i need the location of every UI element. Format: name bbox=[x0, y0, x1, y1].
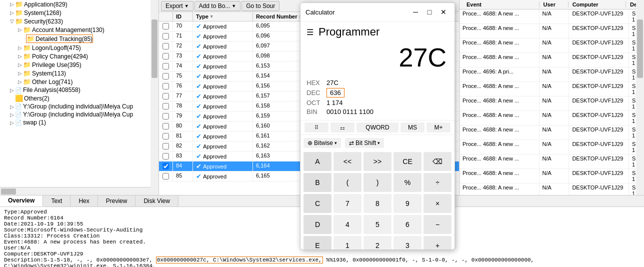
td-checkbox[interactable] bbox=[159, 32, 173, 41]
expand-icon[interactable]: ▷ bbox=[10, 112, 14, 118]
add-to-bo-button[interactable]: Add to Bo... ▼ bbox=[194, 1, 241, 11]
th-type[interactable]: Type ▼ bbox=[193, 12, 253, 21]
btn-rshift[interactable]: >> bbox=[364, 152, 392, 171]
tree-item-other-log[interactable]: ▷ 📁 Other Log(741) bbox=[0, 78, 158, 86]
btn-plus[interactable]: + bbox=[424, 236, 452, 250]
btn-6[interactable]: 6 bbox=[394, 215, 422, 234]
td-checkbox[interactable] bbox=[159, 122, 173, 131]
tab-overview[interactable]: Overview bbox=[0, 196, 43, 206]
expand-icon[interactable]: ▷ bbox=[10, 104, 14, 110]
btn-e[interactable]: E bbox=[304, 236, 332, 250]
btn-1[interactable]: 1 bbox=[334, 236, 362, 250]
btn-b[interactable]: B bbox=[304, 173, 332, 192]
td-checkbox[interactable] bbox=[159, 172, 173, 181]
btn-multiply[interactable]: × bbox=[424, 194, 452, 213]
btn-c[interactable]: C bbox=[304, 194, 332, 213]
btn-5[interactable]: 5 bbox=[364, 215, 392, 234]
tree-item-ygroup1[interactable]: ▷ 📄 Y:\Group (including individual)\Meiy… bbox=[0, 102, 158, 110]
right-panel-row[interactable]: Proce... 4688: A new ... N/A DESKTOP-UVF… bbox=[460, 53, 644, 68]
tree-item-others[interactable]: 🟨 Others(2) bbox=[0, 94, 158, 102]
td-checkbox[interactable] bbox=[159, 102, 173, 111]
tree-item-application[interactable]: ▷ 📁 Application(829) bbox=[0, 0, 158, 8]
td-checkbox[interactable] bbox=[159, 82, 173, 91]
right-panel-row[interactable]: Proce... 4688: A new ... N/A DESKTOP-UVF… bbox=[460, 111, 644, 126]
expand-icon[interactable]: ▷ bbox=[18, 27, 22, 32]
expand-icon[interactable]: ▷ bbox=[10, 120, 14, 126]
maximize-button[interactable]: □ bbox=[424, 6, 436, 18]
btn-rparen[interactable]: ) bbox=[364, 173, 392, 192]
right-panel-row[interactable]: Proce... 4688: A new ... N/A DESKTOP-UVF… bbox=[460, 96, 644, 111]
ms-button[interactable]: MS bbox=[400, 122, 424, 132]
close-button[interactable]: ✕ bbox=[438, 6, 450, 18]
hamburger-icon[interactable]: ☰ bbox=[306, 28, 314, 37]
tab-hex[interactable]: Hex bbox=[70, 196, 98, 206]
right-panel-row[interactable]: Proce... 4688: A new ... N/A DESKTOP-UVF… bbox=[460, 169, 644, 184]
expand-icon[interactable]: ▷ bbox=[10, 10, 14, 16]
expand-icon[interactable]: ▷ bbox=[18, 62, 22, 68]
tree-item-system1268[interactable]: ▷ 📁 System(1268) bbox=[0, 8, 158, 17]
td-checkbox[interactable] bbox=[159, 152, 173, 161]
tab-disk-view[interactable]: Disk View bbox=[136, 196, 178, 206]
td-checkbox[interactable] bbox=[159, 92, 173, 101]
expand-icon[interactable]: ▷ bbox=[18, 70, 22, 76]
tree-item-swap[interactable]: ▷ 📄 swap (1) bbox=[0, 118, 158, 126]
td-checkbox[interactable] bbox=[159, 162, 173, 171]
btn-2[interactable]: 2 bbox=[364, 236, 392, 250]
expand-icon[interactable]: ▷ bbox=[10, 88, 14, 93]
tree-item-system113[interactable]: ▷ 📁 System(113) bbox=[0, 69, 158, 78]
btn-minus[interactable]: − bbox=[424, 215, 452, 234]
right-panel-row[interactable]: Proce... 4688: A new ... N/A DESKTOP-UVF… bbox=[460, 82, 644, 96]
tab-preview[interactable]: Preview bbox=[98, 196, 136, 206]
btn-divide[interactable]: ÷ bbox=[424, 173, 452, 192]
export-button[interactable]: Export ▼ bbox=[161, 1, 194, 11]
mplus-button[interactable]: M+ bbox=[426, 122, 450, 132]
btn-lparen[interactable]: ( bbox=[334, 173, 362, 192]
tree-item-file-analysis[interactable]: ▷ 📄 File Analysis(408558) bbox=[0, 86, 158, 94]
btn-8[interactable]: 8 bbox=[364, 194, 392, 213]
right-panel-row[interactable]: Proce... 4688: A new ... N/A DESKTOP-UVF… bbox=[460, 154, 644, 169]
digit-pad-button[interactable]: ⠿ bbox=[304, 122, 328, 132]
btn-9[interactable]: 9 bbox=[394, 194, 422, 213]
expand-icon[interactable]: ▷ bbox=[10, 2, 14, 7]
tree-scrollbar[interactable] bbox=[150, 0, 158, 195]
right-panel-row[interactable]: Proce... 4688: A new ... N/A DESKTOP-UVF… bbox=[460, 140, 644, 154]
right-panel-row[interactable]: Proce... 4688: A new ... N/A DESKTOP-UVF… bbox=[460, 126, 644, 140]
right-scrollbar[interactable] bbox=[636, 0, 644, 195]
th-id[interactable]: ID bbox=[173, 12, 193, 21]
right-panel-row[interactable]: Proce... 4688: A new ... N/A DESKTOP-UVF… bbox=[460, 38, 644, 53]
minimize-button[interactable]: ─ bbox=[410, 6, 422, 18]
td-checkbox[interactable] bbox=[159, 42, 173, 51]
btn-lshift[interactable]: << bbox=[334, 152, 362, 171]
tree-item-ygroup2[interactable]: ▷ 📄 Y:\Group (including individual)\Meiy… bbox=[0, 110, 158, 118]
tree-item-logon[interactable]: ▷ 📁 Logon/Logoff(475) bbox=[0, 44, 158, 52]
btn-4[interactable]: 4 bbox=[334, 215, 362, 234]
btn-ce[interactable]: CE bbox=[394, 152, 422, 171]
bitwise-button[interactable]: ⊕ Bitwise ▾ bbox=[304, 138, 341, 148]
btn-backspace[interactable]: ⌫ bbox=[424, 152, 452, 171]
td-checkbox[interactable] bbox=[159, 132, 173, 141]
td-checkbox[interactable] bbox=[159, 22, 173, 31]
tree-item-privilege[interactable]: ▷ 📁 Privilege Use(395) bbox=[0, 60, 158, 69]
td-checkbox[interactable] bbox=[159, 112, 173, 121]
td-checkbox[interactable] bbox=[159, 62, 173, 71]
expand-icon[interactable]: ▷ bbox=[18, 79, 22, 84]
expand-icon[interactable]: ▽ bbox=[10, 18, 14, 24]
tree-item-security[interactable]: ▽ 📁 Security(6233) bbox=[0, 17, 158, 26]
tab-text[interactable]: Text bbox=[43, 196, 70, 206]
btn-a[interactable]: A bbox=[304, 152, 332, 171]
td-checkbox[interactable] bbox=[159, 52, 173, 61]
btn-d[interactable]: D bbox=[304, 215, 332, 234]
expand-icon[interactable]: ▷ bbox=[18, 54, 22, 59]
right-panel-row[interactable]: Proce... 4688: A new ... N/A DESKTOP-UVF… bbox=[460, 24, 644, 38]
btn-7[interactable]: 7 bbox=[334, 194, 362, 213]
btn-3[interactable]: 3 bbox=[394, 236, 422, 250]
btn-mod[interactable]: % bbox=[394, 173, 422, 192]
right-panel-row[interactable]: Proce... 4688: A new ... N/A DESKTOP-UVF… bbox=[460, 10, 644, 24]
right-panel-row[interactable]: Proce... 4688: A new ... N/A DESKTOP-UVF… bbox=[460, 184, 644, 195]
go-to-source-button[interactable]: Go to Sour bbox=[242, 1, 280, 11]
td-checkbox[interactable] bbox=[159, 72, 173, 81]
td-checkbox[interactable] bbox=[159, 142, 173, 151]
tree-item-policy[interactable]: ▷ 📁 Policy Change(4294) bbox=[0, 52, 158, 60]
expand-icon[interactable]: ▷ bbox=[18, 45, 22, 50]
hex-pad-button[interactable]: ⚏ bbox=[330, 122, 354, 132]
